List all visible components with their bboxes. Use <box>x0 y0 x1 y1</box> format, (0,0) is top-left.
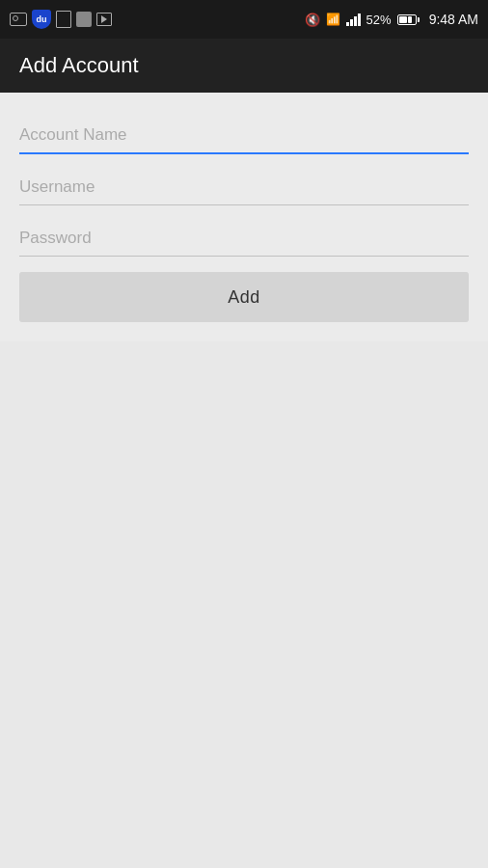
password-input[interactable] <box>19 215 469 257</box>
doc-icon <box>56 11 71 28</box>
content-area: Add <box>0 93 488 341</box>
status-time: 9:48 AM <box>429 12 478 27</box>
add-button[interactable]: Add <box>19 272 469 322</box>
du-shield-icon: du <box>32 10 51 29</box>
battery-icon <box>397 14 420 25</box>
username-input[interactable] <box>19 164 469 205</box>
status-bar-left: du <box>10 10 112 29</box>
wifi-icon: 📶 <box>326 13 340 26</box>
signal-icon <box>346 13 361 26</box>
play-icon <box>96 13 112 26</box>
check-icon <box>76 12 92 27</box>
mute-icon: 🔇 <box>305 13 320 27</box>
page-title: Add Account <box>19 53 139 78</box>
status-bar-right: 🔇 📶 52% 9:48 AM <box>305 12 478 27</box>
toolbar: Add Account <box>0 39 488 93</box>
status-bar: du 🔇 📶 52% 9:48 AM <box>0 0 488 39</box>
photo-icon <box>10 13 27 26</box>
account-name-input[interactable] <box>19 112 469 154</box>
battery-percentage: 52% <box>366 13 392 27</box>
